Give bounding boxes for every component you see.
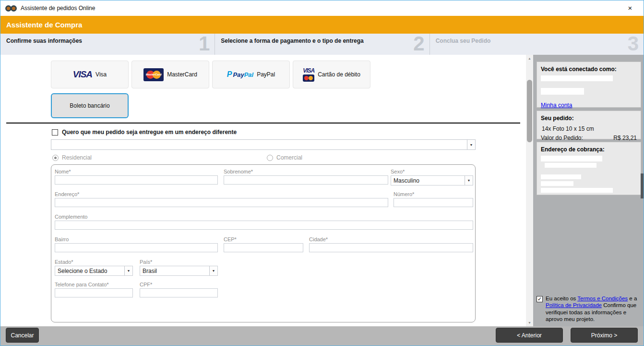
commercial-radio-row: Comercial <box>267 154 302 161</box>
step-1-number: 1 <box>199 33 210 55</box>
redacted-block <box>541 156 602 161</box>
payment-option-paypal[interactable]: P PayPal PayPal <box>212 61 290 88</box>
numero-field[interactable] <box>394 198 473 207</box>
address-form: Nome* Sobrenome* Sexo* Masculino ▼ Ender… <box>51 164 476 322</box>
numero-label: Número* <box>394 191 414 197</box>
different-address-label: Quero que meu pedido seja entregue em um… <box>62 129 237 136</box>
cidade-field[interactable] <box>309 243 473 252</box>
endereco-label: Endereço* <box>55 191 79 197</box>
connected-title: Você está conectado como: <box>541 66 637 73</box>
nome-field[interactable] <box>55 175 218 185</box>
terms-row: ✓ Eu aceito os Termos e Condições e a Po… <box>537 295 643 323</box>
app-icon <box>5 5 17 12</box>
billing-title: Endereço de cobrança: <box>541 146 637 153</box>
paypal-logo: P PayPal <box>227 70 253 79</box>
bairro-field[interactable] <box>55 243 218 252</box>
chevron-down-icon[interactable]: ▼ <box>465 176 473 185</box>
different-address-row: Quero que meu pedido seja entregue em um… <box>52 129 237 136</box>
order-panel: Seu pedido: 14x Foto 10 x 15 cm Valor do… <box>537 111 641 139</box>
estado-dropdown[interactable]: Selecione o Estado ▼ <box>55 266 133 276</box>
cpf-label: CPF* <box>140 282 152 287</box>
redacted-block <box>541 188 613 193</box>
order-value: R$ 23,21 <box>613 135 637 141</box>
step-2-number: 2 <box>413 33 424 55</box>
scroll-down-icon[interactable]: ▼ <box>526 319 533 326</box>
sexo-label: Sexo* <box>391 169 405 174</box>
endereco-field[interactable] <box>55 198 388 207</box>
order-value-label: Valor do Pedido: <box>541 135 583 141</box>
title-bar: Assistente de pedidos Online × <box>0 0 644 16</box>
window-scrollbar-thumb[interactable] <box>641 173 644 198</box>
complemento-field[interactable] <box>55 221 473 230</box>
cidade-label: Cidade* <box>309 236 328 242</box>
chevron-down-icon[interactable]: ▼ <box>467 140 475 149</box>
connected-panel: Você está conectado como: Minha conta <box>537 62 641 108</box>
redacted-block <box>541 181 573 186</box>
my-account-link[interactable]: Minha conta <box>541 102 572 109</box>
order-title: Seu pedido: <box>541 115 637 122</box>
billing-panel: Endereço de cobrança: <box>537 142 641 195</box>
redacted-block <box>545 163 596 168</box>
step-1: Confirme suas informações 1 <box>0 34 215 55</box>
mastercard-logo: MasterCard <box>143 68 164 81</box>
footer-bar: Cancelar < Anterior Próximo > <box>0 326 644 346</box>
order-item: 14x Foto 10 x 15 cm <box>541 125 637 132</box>
residential-label: Residencial <box>62 154 92 161</box>
pais-label: País* <box>140 259 152 265</box>
sexo-dropdown[interactable]: Masculino ▼ <box>391 175 473 185</box>
section-divider <box>6 123 520 124</box>
step-3-number: 3 <box>628 33 639 55</box>
terms-link[interactable]: Termos e Condições <box>577 296 628 301</box>
terms-checkbox[interactable]: ✓ <box>537 296 543 302</box>
payment-option-debit[interactable]: VISA Cartão de débito <box>293 61 370 88</box>
step-3-label: Conclua seu Pedido <box>436 37 594 44</box>
previous-button[interactable]: < Anterior <box>496 328 563 343</box>
estado-label: Estado* <box>55 259 73 265</box>
next-button[interactable]: Próximo > <box>571 328 638 343</box>
page-title: Assistente de Compra <box>0 16 644 34</box>
order-wizard-window: Assistente de pedidos Online × Assistent… <box>0 0 644 346</box>
main-content: VISA Visa MasterCard MasterCard P PayPal… <box>0 55 526 326</box>
content-scrollbar[interactable]: ▲ ▼ <box>526 55 533 326</box>
visa-logo: VISA <box>73 69 92 80</box>
scroll-up-icon[interactable]: ▲ <box>526 55 533 62</box>
commercial-label: Comercial <box>276 154 302 161</box>
cpf-field[interactable] <box>140 288 218 297</box>
pais-dropdown[interactable]: Brasil ▼ <box>140 266 218 276</box>
cep-field[interactable] <box>224 243 303 252</box>
commercial-radio[interactable] <box>267 155 273 161</box>
chevron-down-icon[interactable]: ▼ <box>124 266 132 275</box>
different-address-checkbox[interactable] <box>52 129 58 136</box>
wizard-steps: Confirme suas informações 1 Selecione a … <box>0 34 644 55</box>
step-2-label: Selecione a forma de pagamento e o tipo … <box>221 37 379 44</box>
nome-label: Nome* <box>55 169 71 174</box>
step-3: Conclua seu Pedido 3 <box>429 34 644 55</box>
redacted-block <box>541 174 581 179</box>
redacted-block <box>541 88 584 95</box>
saved-address-dropdown[interactable]: ▼ <box>51 139 476 150</box>
residential-radio[interactable] <box>52 155 59 161</box>
step-2: Selecione a forma de pagamento e o tipo … <box>215 34 429 55</box>
summary-sidebar: Você está conectado como: Minha conta Se… <box>533 55 644 326</box>
terms-text: Eu aceito os Termos e Condições e a Polí… <box>546 295 643 323</box>
payment-option-visa[interactable]: VISA Visa <box>51 61 129 88</box>
window-title: Assistente de pedidos Online <box>21 5 95 12</box>
payment-option-boleto-selected[interactable]: Boleto bancário <box>51 93 129 118</box>
privacy-link[interactable]: Política de Privacidade <box>546 302 602 308</box>
telefone-label: Telefone para Contato* <box>55 282 109 287</box>
sobrenome-label: Sobrenome* <box>224 169 253 174</box>
telefone-field[interactable] <box>55 288 133 297</box>
complemento-label: Complemento <box>55 214 87 220</box>
scrollbar-thumb[interactable] <box>527 80 532 142</box>
payment-option-mastercard[interactable]: MasterCard MasterCard <box>131 61 209 88</box>
debit-card-logo: VISA <box>303 67 314 82</box>
cancel-button[interactable]: Cancelar <box>6 328 39 343</box>
step-1-label: Confirme suas informações <box>6 37 165 44</box>
sobrenome-field[interactable] <box>224 175 388 185</box>
cep-label: CEP* <box>224 236 237 242</box>
bairro-label: Bairro <box>55 236 69 242</box>
chevron-down-icon[interactable]: ▼ <box>209 266 217 275</box>
residential-radio-row: Residencial <box>52 154 92 161</box>
close-icon[interactable]: × <box>620 0 640 15</box>
redacted-block <box>541 75 613 81</box>
